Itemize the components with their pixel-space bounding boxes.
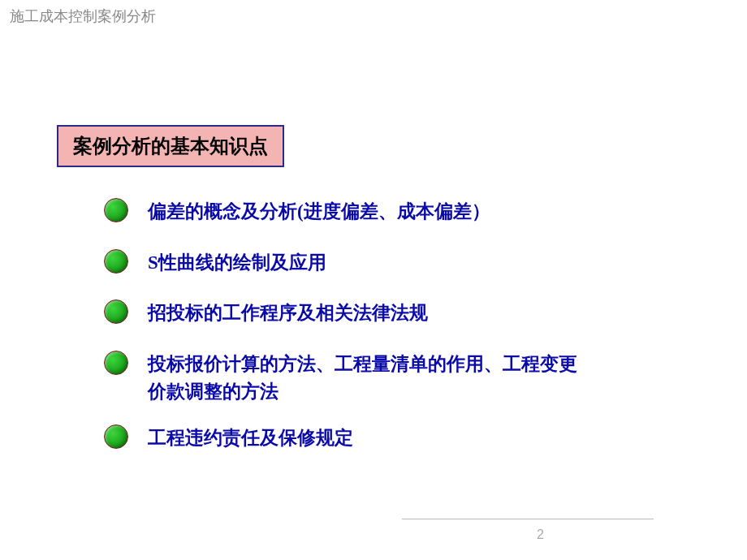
list-item: 偏差的概念及分析(进度偏差、成本偏差） — [104, 198, 672, 226]
list-item-text: S性曲线的绘制及应用 — [148, 249, 326, 278]
bullet-icon — [104, 249, 128, 274]
list-item-text: 投标报价计算的方法、工程量清单的作用、工程变更价款调整的方法 — [148, 351, 586, 407]
bullet-icon — [104, 424, 128, 449]
title-box: 案例分析的基本知识点 — [57, 125, 284, 167]
list-item-text: 偏差的概念及分析(进度偏差、成本偏差） — [148, 198, 490, 226]
page-number: 2 — [537, 528, 544, 542]
bullet-list: 偏差的概念及分析(进度偏差、成本偏差） S性曲线的绘制及应用 招投标的工作程序及… — [104, 198, 672, 475]
page-header: 施工成本控制案例分析 — [0, 0, 747, 32]
footer-divider — [402, 519, 654, 519]
list-item: S性曲线的绘制及应用 — [104, 249, 672, 278]
list-item-text: 工程违约责任及保修规定 — [148, 424, 353, 453]
list-item: 投标报价计算的方法、工程量清单的作用、工程变更价款调整的方法 — [104, 351, 672, 407]
list-item-text: 招投标的工作程序及相关法律法规 — [148, 299, 428, 328]
list-item: 招投标的工作程序及相关法律法规 — [104, 299, 672, 328]
bullet-icon — [104, 351, 128, 375]
header-title: 施工成本控制案例分析 — [10, 8, 156, 24]
list-item: 工程违约责任及保修规定 — [104, 424, 672, 453]
bullet-icon — [104, 198, 128, 222]
bullet-icon — [104, 299, 128, 324]
title-box-text: 案例分析的基本知识点 — [73, 136, 268, 157]
